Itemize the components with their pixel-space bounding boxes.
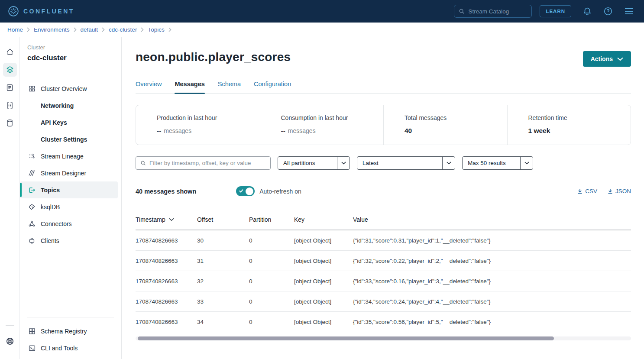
sidebar-item-label: Cluster Settings — [41, 136, 87, 143]
database-icon[interactable] — [3, 116, 17, 130]
cell-offset: 30 — [197, 237, 249, 244]
cell-partition: 0 — [249, 278, 294, 285]
stat-unit: messages — [164, 127, 191, 134]
sidebar-item-stream-lineage[interactable]: Stream Lineage — [20, 148, 118, 165]
stat-label: Production in last hour — [157, 114, 252, 121]
chevron-down-icon — [337, 157, 350, 169]
schema-registry-icon — [28, 327, 36, 335]
cell-key: [object Object] — [294, 237, 353, 244]
sidebar-item-cluster-settings[interactable]: Cluster Settings — [20, 131, 118, 148]
stream-catalog-search[interactable] — [454, 5, 532, 18]
sidebar-item-label: CLI and Tools — [41, 345, 78, 352]
offset-dropdown[interactable]: Latest — [357, 156, 455, 170]
notifications-bell-icon[interactable] — [583, 6, 592, 16]
table-row[interactable]: 1708740826663 31 0 [object Object] {"id"… — [136, 251, 631, 271]
download-json-link[interactable]: JSON — [608, 188, 631, 194]
top-navbar: CONFLUENT LEARN — [0, 0, 644, 23]
cell-key: [object Object] — [294, 298, 353, 305]
learn-button[interactable]: LEARN — [540, 5, 571, 17]
messages-toolbar: 40 messages shown Auto-refresh on CSV — [136, 186, 631, 196]
stat-retention-time: Retention time 1 week — [507, 105, 631, 145]
timestamp-header-label: Timestamp — [136, 216, 165, 223]
cell-timestamp: 1708740826663 — [136, 319, 197, 325]
cell-value: {"id":32,"score":0.22,"player_id":2,"__d… — [353, 258, 631, 264]
breadcrumb-cdc-cluster[interactable]: cdc-cluster — [109, 26, 137, 33]
sidebar-item-label: Networking — [41, 102, 74, 109]
tab-schema[interactable]: Schema — [218, 81, 241, 93]
cell-value: {"id":34,"score":0.24,"player_id":4,"__d… — [353, 298, 631, 305]
stat-label: Total messages — [405, 114, 499, 121]
max-results-dropdown[interactable]: Max 50 results — [462, 156, 533, 170]
hamburger-menu-icon[interactable] — [624, 7, 634, 15]
auto-refresh-toggle[interactable] — [236, 186, 255, 196]
environments-layers-icon[interactable] — [3, 63, 17, 77]
sidebar-item-cli-and-tools[interactable]: CLI and Tools — [20, 340, 118, 356]
chevron-right-icon — [102, 27, 105, 32]
table-row[interactable]: 1708740826663 30 0 [object Object] {"id"… — [136, 230, 631, 251]
cell-offset: 32 — [197, 278, 249, 285]
sidebar-item-stream-designer[interactable]: Stream Designer — [20, 165, 118, 181]
stat-label: Consumption in last hour — [281, 114, 376, 121]
column-header-value[interactable]: Value — [353, 216, 631, 223]
sidebar-item-cluster-overview[interactable]: Cluster Overview — [20, 80, 118, 97]
confluent-logo-icon — [8, 6, 19, 17]
partitions-dropdown-value: All partitions — [278, 157, 337, 169]
column-header-key[interactable]: Key — [294, 216, 353, 223]
stream-map-icon[interactable] — [3, 98, 17, 112]
home-icon[interactable] — [3, 45, 17, 59]
topic-tabs: Overview Messages Schema Configuration — [136, 81, 631, 94]
cell-value: {"id":35,"score":0.56,"player_id":5,"__d… — [353, 319, 631, 325]
sidebar-item-api-keys[interactable]: API Keys — [20, 114, 118, 131]
support-icon[interactable] — [3, 334, 17, 348]
stat-production: Production in last hour --messages — [136, 105, 260, 145]
column-header-timestamp[interactable]: Timestamp — [136, 216, 197, 223]
table-row[interactable]: 1708740826663 34 0 [object Object] {"id"… — [136, 312, 631, 332]
messages-table: Timestamp Offset Partition Key Value 170… — [136, 211, 631, 340]
sidebar-item-topics[interactable]: Topics — [20, 181, 118, 198]
sidebar-item-label: API Keys — [41, 119, 67, 126]
sidebar-item-connectors[interactable]: Connectors — [20, 215, 118, 232]
cell-timestamp: 1708740826663 — [136, 237, 197, 244]
document-icon[interactable] — [3, 81, 17, 94]
confluent-brand[interactable]: CONFLUENT — [8, 6, 74, 17]
column-header-offset[interactable]: Offset — [197, 216, 249, 223]
cell-offset: 34 — [197, 319, 249, 325]
column-header-partition[interactable]: Partition — [249, 216, 294, 223]
help-icon[interactable] — [603, 6, 613, 16]
breadcrumb-home[interactable]: Home — [7, 26, 23, 33]
message-filter-input[interactable] — [149, 160, 266, 166]
cell-key: [object Object] — [294, 319, 353, 325]
breadcrumb-topics[interactable]: Topics — [148, 26, 164, 33]
sidebar-item-schema-registry[interactable]: Schema Registry — [20, 323, 118, 340]
horizontal-scrollbar-thumb[interactable] — [138, 336, 554, 340]
stat-consumption: Consumption in last hour --messages — [260, 105, 384, 145]
sidebar-item-clients[interactable]: Clients — [20, 232, 118, 249]
icon-rail — [0, 37, 20, 359]
sidebar-item-ksqldb[interactable]: ksqlDB — [20, 198, 118, 215]
tab-overview[interactable]: Overview — [136, 81, 162, 93]
terminal-icon — [28, 344, 36, 352]
message-filters: All partitions Latest Max 50 results — [136, 156, 631, 170]
stat-label: Retention time — [528, 114, 623, 121]
partitions-dropdown[interactable]: All partitions — [278, 156, 350, 170]
grid-icon — [28, 85, 36, 92]
horizontal-scrollbar[interactable] — [136, 336, 631, 340]
sidebar-item-label: ksqlDB — [41, 204, 60, 210]
table-row[interactable]: 1708740826663 33 0 [object Object] {"id"… — [136, 291, 631, 312]
cluster-name: cdc-cluster — [27, 54, 114, 62]
tab-messages[interactable]: Messages — [175, 81, 204, 93]
download-icon — [608, 188, 613, 194]
breadcrumb-default[interactable]: default — [81, 26, 98, 33]
table-row[interactable]: 1708740826663 32 0 [object Object] {"id"… — [136, 271, 631, 291]
page-title: neon.public.player_scores — [136, 50, 291, 64]
sidebar-item-label: Cluster Overview — [41, 85, 87, 92]
actions-button[interactable]: Actions — [583, 51, 631, 67]
download-csv-link[interactable]: CSV — [577, 188, 597, 194]
breadcrumb-environments[interactable]: Environments — [34, 26, 70, 33]
sidebar-item-networking[interactable]: Networking — [20, 97, 118, 114]
stream-catalog-input[interactable] — [468, 8, 527, 15]
chevron-down-icon — [443, 157, 455, 169]
message-filter-search[interactable] — [136, 156, 271, 170]
tab-configuration[interactable]: Configuration — [254, 81, 291, 93]
json-label: JSON — [615, 188, 631, 194]
